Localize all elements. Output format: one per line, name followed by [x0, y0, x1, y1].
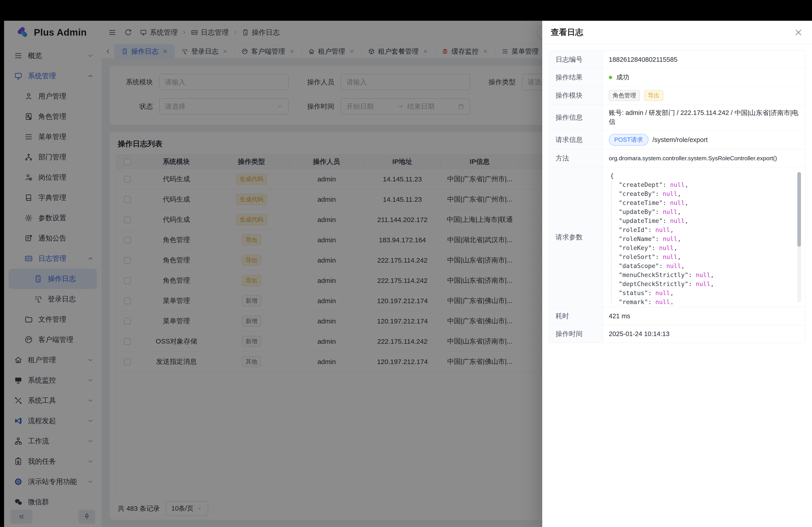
op-info-value: 账号: admin / 研发部门 / 222.175.114.242 / 中国|… [603, 105, 806, 130]
drawer-body: 日志编号 1882612840802115585 操作结果 成功 操作模块 角色… [542, 44, 812, 527]
op-time-value: 2025-01-24 10:14:13 [603, 325, 806, 343]
result-value: 成功 [603, 69, 806, 86]
desc-label: 耗时 [549, 307, 603, 325]
desc-row-params: 请求参数 { createDept: null,createBy: null,c… [549, 167, 806, 307]
json-line: { [607, 171, 795, 180]
desc-row-op-info: 操作信息 账号: admin / 研发部门 / 222.175.114.242 … [549, 105, 806, 130]
json-line: createBy: null, [607, 189, 795, 198]
indent-guide [611, 181, 611, 303]
params-value: { createDept: null,createBy: null,create… [603, 167, 806, 307]
json-line: roleName: null, [607, 235, 795, 243]
drawer-header: 查看日志 [542, 21, 812, 44]
desc-row-result: 操作结果 成功 [549, 68, 806, 86]
desc-row-log-id: 日志编号 1882612840802115585 [549, 51, 806, 68]
desc-row-module: 操作模块 角色管理导出 [549, 86, 806, 105]
json-line: remark: null, [607, 298, 795, 304]
desc-row-duration: 耗时 421 ms [549, 307, 806, 325]
desc-label: 操作模块 [549, 86, 603, 105]
json-code-block[interactable]: { createDept: null,createBy: null,create… [606, 170, 801, 304]
drawer-close-button[interactable] [794, 28, 803, 37]
json-line: menuCheckStrictly: null, [607, 270, 795, 280]
desc-label: 请求参数 [549, 167, 603, 307]
desc-label: 操作结果 [549, 69, 603, 86]
json-line: deptCheckStrictly: null, [607, 280, 795, 288]
close-icon [794, 28, 803, 37]
json-line: updateBy: null, [607, 207, 795, 216]
log-id-value: 1882612840802115585 [603, 51, 806, 68]
log-descriptions: 日志编号 1882612840802115585 操作结果 成功 操作模块 角色… [549, 50, 806, 343]
desc-row-method: 方法 org.dromara.system.controller.system.… [549, 149, 806, 167]
json-line: updateTime: null, [607, 216, 795, 225]
view-log-drawer: 查看日志 日志编号 1882612840802115585 操作结果 成功 操作… [542, 21, 812, 527]
desc-label: 方法 [549, 149, 603, 167]
json-line: dataScope: null, [607, 261, 795, 270]
json-line: roleId: null, [607, 225, 795, 235]
json-line: status: null, [607, 288, 795, 298]
desc-label: 日志编号 [549, 51, 603, 68]
request-value: POST请求 /system/role/export [603, 130, 806, 149]
json-line: createDept: null, [607, 180, 795, 189]
method-value: org.dromara.system.controller.system.Sys… [603, 149, 806, 167]
request-path: /system/role/export [653, 136, 708, 144]
module-tags: 角色管理导出 [603, 86, 806, 105]
drawer-title: 查看日志 [551, 27, 583, 38]
json-lines: createDept: null,createBy: null,createTi… [607, 180, 795, 304]
desc-row-op-time: 操作时间 2025-01-24 10:14:13 [549, 325, 806, 343]
scrollbar-thumb[interactable] [797, 172, 801, 246]
json-line: roleSort: null, [607, 253, 795, 261]
duration-value: 421 ms [603, 307, 806, 325]
desc-label: 操作时间 [549, 325, 603, 343]
module-tag: 角色管理 [609, 90, 640, 101]
json-line: createTime: null, [607, 198, 795, 207]
json-line: roleKey: null, [607, 243, 795, 253]
result-text: 成功 [616, 73, 629, 82]
desc-label: 请求信息 [549, 130, 603, 149]
success-dot-icon [609, 76, 612, 79]
module-tag: 导出 [644, 90, 663, 101]
desc-row-request: 请求信息 POST请求 /system/role/export [549, 130, 806, 149]
post-method-tag: POST请求 [609, 134, 649, 146]
desc-label: 操作信息 [549, 105, 603, 130]
